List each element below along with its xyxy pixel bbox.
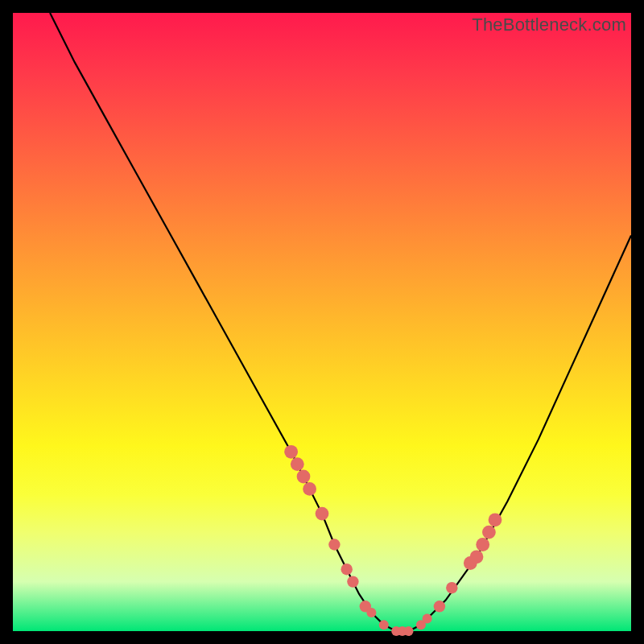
chart-frame: TheBottleneck.com: [0, 0, 644, 644]
curve-marker: [379, 620, 389, 630]
curve-marker: [341, 564, 353, 575]
curve-marker: [423, 614, 432, 624]
curve-marker: [434, 601, 445, 612]
curve-marker: [284, 445, 298, 459]
bottleneck-curve: [13, 13, 631, 631]
curve-marker: [303, 482, 316, 496]
curve-marker: [446, 582, 457, 593]
curve-markers: [284, 445, 502, 636]
curve-marker: [366, 608, 376, 617]
curve-marker: [476, 538, 489, 551]
curve-marker: [316, 507, 329, 521]
curve-marker: [347, 576, 358, 587]
curve-marker: [404, 626, 414, 636]
curve-marker: [482, 526, 496, 539]
chart-plot-area: TheBottleneck.com: [13, 13, 631, 631]
curve-marker: [328, 539, 340, 550]
curve-marker: [291, 457, 304, 471]
curve-marker: [489, 513, 502, 526]
curve-marker: [470, 550, 484, 564]
curve-marker: [297, 470, 311, 484]
curve-path: [50, 13, 631, 631]
